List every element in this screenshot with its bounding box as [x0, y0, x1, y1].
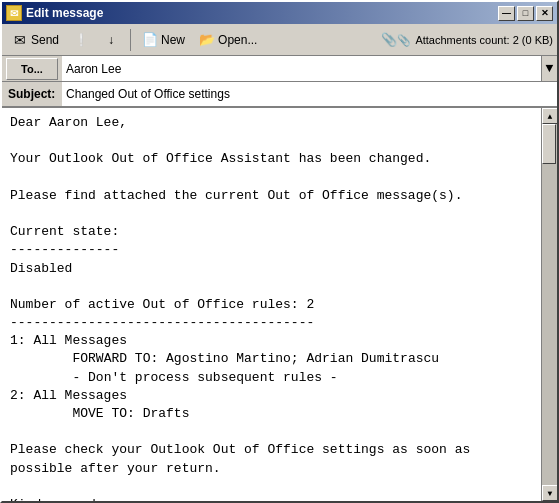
open-button[interactable]: Open... — [193, 27, 263, 53]
scroll-up-button[interactable]: ▲ — [542, 108, 557, 124]
toolbar: Send New Open... 📎 Attachments count: 2 … — [2, 24, 557, 56]
toolbar-right: 📎 Attachments count: 2 (0 KB) — [381, 32, 553, 47]
to-button[interactable]: To... — [6, 58, 58, 80]
title-bar-buttons: — □ ✕ — [498, 6, 553, 21]
open-label: Open... — [218, 33, 257, 47]
edit-message-window: ✉ Edit message — □ ✕ Send New Open... — [0, 0, 559, 503]
scroll-track[interactable] — [542, 124, 557, 485]
send-icon — [12, 32, 28, 48]
toolbar-separator — [130, 29, 131, 51]
window-title: Edit message — [26, 6, 103, 20]
new-label: New — [161, 33, 185, 47]
window-icon: ✉ — [6, 5, 22, 21]
to-input[interactable] — [62, 56, 541, 81]
minimize-button[interactable]: — — [498, 6, 515, 21]
priority-button[interactable] — [67, 27, 95, 53]
subject-input[interactable] — [62, 82, 557, 106]
arrow-down-icon — [103, 32, 119, 48]
subject-field-row: Subject: — [2, 82, 557, 108]
message-body[interactable] — [2, 108, 541, 501]
priority-icon — [73, 32, 89, 48]
send-button[interactable]: Send — [6, 27, 65, 53]
close-button[interactable]: ✕ — [536, 6, 553, 21]
arrow-down-button[interactable] — [97, 27, 125, 53]
attachments-count-label: Attachments count: 2 (0 KB) — [415, 34, 553, 46]
message-area-container: ▲ ▼ — [2, 108, 557, 501]
open-folder-icon — [199, 32, 215, 48]
to-field-row: To... ▼ — [2, 56, 557, 82]
scrollbar[interactable]: ▲ ▼ — [541, 108, 557, 501]
new-document-icon — [142, 32, 158, 48]
subject-label: Subject: — [2, 85, 62, 103]
title-bar: ✉ Edit message — □ ✕ — [2, 2, 557, 24]
title-bar-left: ✉ Edit message — [6, 5, 103, 21]
scroll-down-button[interactable]: ▼ — [542, 485, 557, 501]
scroll-thumb[interactable] — [542, 124, 556, 164]
attachment-icon: 📎 — [381, 32, 411, 47]
new-button[interactable]: New — [136, 27, 191, 53]
send-label: Send — [31, 33, 59, 47]
maximize-button[interactable]: □ — [517, 6, 534, 21]
to-dropdown-button[interactable]: ▼ — [541, 56, 557, 81]
